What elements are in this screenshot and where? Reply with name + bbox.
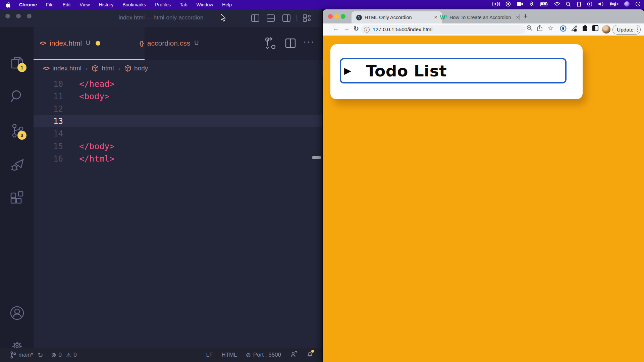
apple-icon[interactable] bbox=[6, 2, 11, 8]
w3schools-favicon-icon: W3 bbox=[440, 15, 447, 20]
wifi-icon[interactable] bbox=[554, 1, 560, 7]
chrome-zoom-button[interactable] bbox=[341, 14, 345, 19]
notifications-bell-icon[interactable] bbox=[307, 351, 313, 360]
code-line: 12 bbox=[34, 103, 322, 115]
git-status-letter: U bbox=[86, 40, 90, 47]
update-button[interactable]: Update bbox=[612, 25, 641, 35]
toggle-primary-sidebar-icon[interactable] bbox=[251, 14, 260, 23]
menu-item-tab[interactable]: Tab bbox=[180, 2, 187, 7]
run-debug-icon[interactable] bbox=[10, 157, 25, 174]
new-tab-button[interactable]: + bbox=[523, 12, 528, 21]
menu-item-history[interactable]: History bbox=[99, 2, 114, 7]
search-icon[interactable] bbox=[10, 89, 24, 105]
git-branch-icon bbox=[10, 351, 16, 359]
symbol-cube-icon bbox=[124, 65, 131, 72]
code-line: 11<body> bbox=[34, 90, 322, 103]
html-file-icon: <> bbox=[40, 40, 46, 47]
control-center-icon[interactable] bbox=[610, 1, 619, 7]
share-icon[interactable] bbox=[537, 25, 543, 33]
bookmark-star-icon[interactable]: ☆ bbox=[547, 24, 553, 32]
reload-icon[interactable]: ↻ bbox=[354, 25, 359, 33]
accordion-summary[interactable]: ▶ Todo List bbox=[340, 58, 567, 83]
warnings-icon: ⚠ bbox=[66, 352, 71, 359]
sync-icon[interactable]: ↻ bbox=[38, 351, 43, 359]
eol-indicator[interactable]: LF bbox=[206, 352, 213, 358]
git-branch-indicator[interactable]: main* bbox=[10, 351, 33, 359]
toggle-secondary-sidebar-icon[interactable] bbox=[282, 14, 291, 23]
back-icon[interactable]: ← bbox=[333, 25, 339, 32]
tab-accordion-css[interactable]: {} accordion.css U bbox=[133, 27, 239, 59]
desktop: Chrome File Edit View History Bookmarks … bbox=[0, 0, 644, 362]
details-marker-icon[interactable]: ▶ bbox=[344, 65, 351, 76]
menu-item-chrome[interactable]: Chrome bbox=[19, 2, 37, 7]
play-circle-icon[interactable] bbox=[587, 1, 592, 7]
tab-how-to-create-accordion[interactable]: W3 How To Create an Accordion × bbox=[436, 11, 523, 23]
address-bar[interactable]: i 127.0.0.1:5500/index.html bbox=[361, 25, 526, 34]
breadcrumb-file[interactable]: index.html bbox=[52, 65, 82, 72]
url-text[interactable]: 127.0.0.1:5500/index.html bbox=[373, 26, 432, 33]
spotlight-search-icon[interactable] bbox=[566, 1, 571, 7]
site-info-icon[interactable]: i bbox=[364, 27, 370, 33]
live-share-icon[interactable] bbox=[290, 351, 298, 360]
extensions-puzzle-icon[interactable] bbox=[582, 25, 589, 33]
chrome-window: HTML Only Accordion × W3 How To Create a… bbox=[323, 9, 644, 362]
screen-record-camera-icon[interactable] bbox=[492, 1, 500, 7]
record-target-icon[interactable] bbox=[505, 1, 511, 7]
port-icon: ⊘ bbox=[246, 351, 251, 359]
siri-icon[interactable] bbox=[624, 1, 630, 7]
vscode-tab-strip: <> index.html U {} accordion.css U ··· bbox=[34, 27, 322, 60]
menu-item-file[interactable]: File bbox=[46, 2, 54, 7]
code-line: 10</head> bbox=[34, 78, 322, 90]
account-icon[interactable] bbox=[10, 306, 24, 322]
profile-avatar[interactable] bbox=[602, 25, 610, 34]
volume-icon[interactable] bbox=[598, 1, 604, 7]
menu-item-view[interactable]: View bbox=[80, 2, 90, 7]
clock-icon[interactable] bbox=[635, 1, 641, 7]
problems-indicator[interactable]: ⊗ 0 ⚠ 0 bbox=[51, 351, 76, 359]
code-line: 14 bbox=[34, 127, 322, 140]
tab-html-only-accordion[interactable]: HTML Only Accordion × bbox=[352, 11, 442, 23]
rocket-icon[interactable] bbox=[529, 1, 534, 7]
tab-separator bbox=[519, 14, 520, 20]
dev-braces-icon[interactable]: { } bbox=[577, 1, 581, 7]
customize-layout-icon[interactable] bbox=[303, 14, 312, 23]
colorpicker-extension-icon[interactable] bbox=[571, 25, 578, 34]
breadcrumb-body[interactable]: body bbox=[134, 65, 148, 72]
code-editor[interactable]: 10</head> 11<body> 12 13 14 15</body> 16… bbox=[34, 76, 322, 357]
extensions-icon[interactable] bbox=[10, 191, 24, 207]
menu-item-profiles[interactable]: Profiles bbox=[155, 2, 171, 7]
chrome-tab-bar: HTML Only Accordion × W3 How To Create a… bbox=[323, 9, 644, 23]
privacy-extension-icon[interactable] bbox=[559, 25, 567, 34]
css-file-icon: {} bbox=[140, 40, 143, 47]
tab-close-icon[interactable]: × bbox=[515, 14, 521, 21]
errors-icon: ⊗ bbox=[51, 351, 56, 359]
vscode-title-bar: index.html — html-only-accordion bbox=[0, 9, 322, 27]
chrome-toolbar: ← → ↻ i 127.0.0.1:5500/index.html ☆ Upda… bbox=[323, 23, 644, 36]
tab-filename: index.html bbox=[50, 39, 82, 47]
editor-scrollbar-handle[interactable] bbox=[312, 156, 321, 159]
menu-item-bookmarks[interactable]: Bookmarks bbox=[122, 2, 146, 7]
forward-icon[interactable]: → bbox=[343, 25, 350, 32]
live-server-port[interactable]: ⊘ Port : 5500 bbox=[246, 351, 281, 359]
darkmode-extension-icon[interactable] bbox=[592, 25, 599, 33]
menu-item-help[interactable]: Help bbox=[222, 2, 232, 7]
more-actions-icon[interactable]: ··· bbox=[303, 36, 315, 47]
modified-dot-icon[interactable] bbox=[96, 41, 100, 46]
split-editor-icon[interactable] bbox=[285, 38, 296, 50]
zoom-icon[interactable] bbox=[526, 25, 533, 33]
battery-icon[interactable] bbox=[540, 1, 548, 7]
menu-item-edit[interactable]: Edit bbox=[62, 2, 70, 7]
vscode-window: index.html — html-only-accordion 1 3 1 <… bbox=[0, 9, 322, 362]
vscode-activity-bar: 1 3 1 bbox=[0, 27, 34, 357]
chrome-close-button[interactable] bbox=[328, 14, 333, 19]
tab-index-html[interactable]: <> index.html U bbox=[34, 27, 145, 60]
branch-name: main* bbox=[18, 352, 33, 358]
video-camera-icon[interactable] bbox=[517, 1, 523, 7]
chrome-minimize-button[interactable] bbox=[334, 14, 339, 19]
language-mode[interactable]: HTML bbox=[221, 352, 237, 358]
warning-count: 0 bbox=[73, 352, 76, 358]
toggle-panel-icon[interactable] bbox=[266, 14, 275, 23]
breadcrumb-html[interactable]: html bbox=[102, 65, 114, 72]
open-changes-icon[interactable] bbox=[264, 37, 276, 52]
menu-item-window[interactable]: Window bbox=[197, 2, 213, 7]
